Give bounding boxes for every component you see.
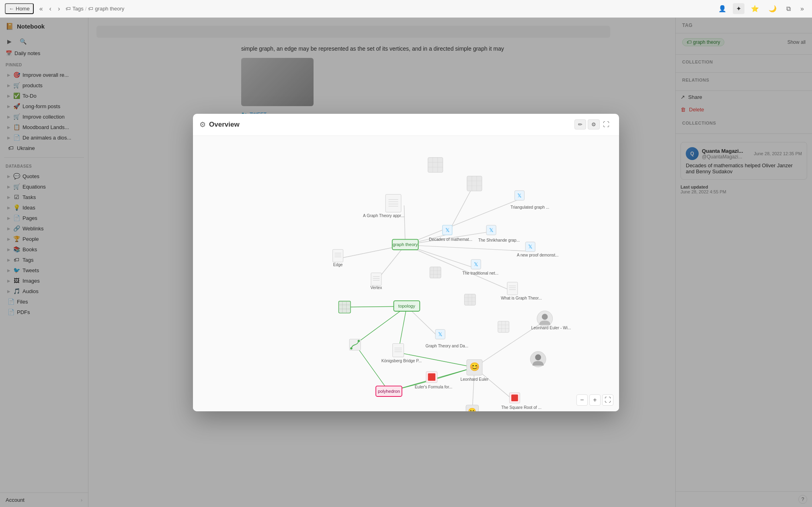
modal-body: A Graph Theory appr... 𝕏 Triangulated gr… <box>193 136 619 411</box>
node-grid4[interactable] <box>464 294 476 305</box>
node-a-graph-theory[interactable] <box>385 194 401 212</box>
current-tag-icon: 🏷 <box>88 6 93 12</box>
node-traditional[interactable]: 𝕏 <box>471 259 481 269</box>
collapse-button[interactable]: « <box>37 4 45 14</box>
breadcrumb-separator: / <box>85 6 87 12</box>
node-img1[interactable] <box>428 157 443 172</box>
current-tag-label[interactable]: graph theory <box>95 6 124 12</box>
node-traditional-label: The traditional net... <box>462 271 498 275</box>
node-euler-label: Leonhard Euler <box>461 377 489 382</box>
svg-rect-33 <box>385 194 401 212</box>
svg-rect-65 <box>464 294 476 305</box>
node-euler-wiki-label: Leonhard Euler - Wi... <box>531 326 571 330</box>
modal-zoom-controls: − + ⛶ <box>576 394 613 406</box>
node-new-proof-label: A new proof demonst... <box>517 252 559 257</box>
node-königsberg[interactable] <box>393 343 404 357</box>
svg-text:𝕏: 𝕏 <box>474 261 478 267</box>
node-gauss[interactable]: 😊 <box>466 405 478 411</box>
tags-breadcrumb-label[interactable]: Tags <box>72 6 83 12</box>
node-shrikhande-label: The Shrikhande grap... <box>478 238 520 242</box>
svg-text:𝕏: 𝕏 <box>528 244 532 250</box>
top-bar: ← Home « ‹ › 🏷 Tags / 🏷 graph theory 👤 ✦… <box>0 0 812 18</box>
tags-breadcrumb-icon: 🏷 <box>66 6 71 12</box>
node-web2[interactable] <box>530 351 546 367</box>
node-img-grid[interactable] <box>338 301 351 313</box>
svg-rect-87 <box>393 343 404 357</box>
svg-point-80 <box>350 347 353 349</box>
top-bar-right: 👤 ✦ ⭐ 🌙 ⧉ » <box>715 3 807 14</box>
node-edge-label: Edge <box>333 262 343 267</box>
modal-header-actions: ✏ ⚙ <box>574 119 600 129</box>
node-euler-formula-label: Euler's Formula for... <box>415 384 453 389</box>
node-graph-da-label: Graph Theory and Da... <box>425 343 468 348</box>
node-euler-formula[interactable] <box>426 371 437 382</box>
modal-overlay: ⚙ Overview ✏ ⚙ ⛶ <box>0 18 812 507</box>
modal-edit-button[interactable]: ✏ <box>574 119 586 129</box>
graph-canvas[interactable]: A Graph Theory appr... 𝕏 Triangulated gr… <box>193 136 619 411</box>
svg-text:topology: topology <box>398 303 415 308</box>
node-königsberg-label: Königsberg Bridge P... <box>381 358 422 363</box>
forward-button[interactable]: › <box>55 4 62 14</box>
breadcrumb: 🏷 Tags / 🏷 graph theory <box>66 6 124 12</box>
node-what-is-graph[interactable] <box>507 282 518 294</box>
node-decades-label: Decades of mathemat... <box>429 237 472 242</box>
star-button[interactable]: ⭐ <box>748 3 762 14</box>
node-decades[interactable]: 𝕏 <box>443 225 452 235</box>
svg-text:𝕏: 𝕏 <box>438 331 442 337</box>
modal-title-area: ⚙ Overview <box>199 120 574 129</box>
svg-text:𝕏: 𝕏 <box>517 192 521 198</box>
svg-text:😊: 😊 <box>468 407 476 411</box>
top-bar-left: ← Home « ‹ › 🏷 Tags / 🏷 graph theory <box>5 3 124 14</box>
svg-rect-23 <box>428 157 443 172</box>
svg-point-81 <box>358 340 360 342</box>
node-img2[interactable] <box>467 176 482 191</box>
modal-settings-button[interactable]: ⚙ <box>588 119 600 129</box>
node-svg-doc[interactable] <box>349 339 361 350</box>
overview-modal: ⚙ Overview ✏ ⚙ ⛶ <box>193 114 619 411</box>
node-new-proof[interactable]: 𝕏 <box>525 242 535 251</box>
node-euler-person[interactable]: 😊 <box>467 359 482 375</box>
node-what-is-graph-label: What is Graph Theor... <box>501 296 542 300</box>
node-euler-wiki[interactable] <box>537 311 553 326</box>
node-graph-theory-tag[interactable]: graph theory <box>392 239 418 250</box>
node-graph-da[interactable]: 𝕏 <box>435 329 445 339</box>
graph-button[interactable]: ✦ <box>733 3 744 14</box>
svg-rect-94 <box>428 373 436 381</box>
node-a-graph-theory-label: A Graph Theory appr... <box>363 213 404 218</box>
node-topology-tag[interactable]: topology <box>394 301 420 311</box>
node-vertex[interactable] <box>371 273 381 285</box>
node-shrikhande[interactable]: 𝕏 <box>486 225 496 235</box>
svg-point-96 <box>535 354 541 360</box>
home-arrow-icon: ← <box>9 6 14 12</box>
svg-rect-82 <box>498 321 509 332</box>
node-square-root-label: The Square Root of ... <box>501 405 541 410</box>
node-triangulated[interactable]: 𝕏 <box>515 191 524 200</box>
zoom-in-button[interactable]: + <box>589 394 601 406</box>
node-triangulated-label: Triangulated graph ... <box>511 205 549 209</box>
modal-expand-button[interactable]: ⛶ <box>600 119 613 130</box>
svg-rect-61 <box>507 282 518 294</box>
moon-button[interactable]: 🌙 <box>765 3 780 14</box>
svg-point-76 <box>542 314 548 320</box>
home-button[interactable]: ← Home <box>5 3 34 14</box>
svg-text:𝕏: 𝕏 <box>489 227 493 233</box>
node-grid3[interactable] <box>430 267 441 278</box>
nav-arrows: « ‹ › <box>37 4 63 14</box>
main-layout: 📔 Notebook ▶ 🔍 📅 Daily notes PINNED ▶ 🎯 … <box>0 18 812 507</box>
zoom-out-button[interactable]: − <box>576 394 588 406</box>
svg-text:𝕏: 𝕏 <box>445 227 449 233</box>
zoom-fit-button[interactable]: ⛶ <box>602 394 613 406</box>
node-square-root[interactable] <box>509 392 520 403</box>
copy-button[interactable]: ⧉ <box>783 4 794 14</box>
svg-rect-28 <box>467 176 482 191</box>
search-button[interactable]: 👤 <box>715 3 730 14</box>
svg-rect-56 <box>430 267 441 278</box>
more-button[interactable]: » <box>797 4 807 14</box>
node-grid5[interactable] <box>498 321 509 332</box>
modal-title: Overview <box>209 121 240 129</box>
node-polyhedron-tag[interactable]: polyhedron <box>376 386 402 396</box>
svg-rect-98 <box>511 394 518 401</box>
node-vertex-label: Vertex <box>371 285 382 290</box>
node-edge[interactable] <box>333 249 343 262</box>
back-button[interactable]: ‹ <box>47 4 54 14</box>
